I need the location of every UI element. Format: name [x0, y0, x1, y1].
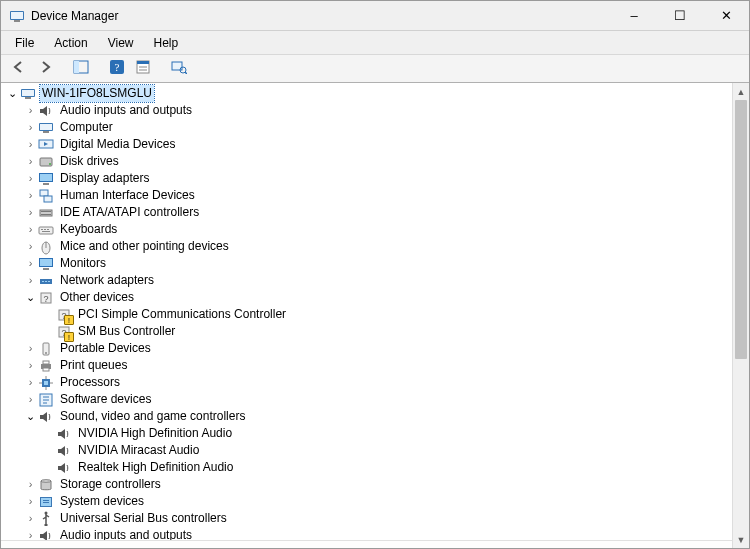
tree-item[interactable]: ›Print queues	[5, 357, 732, 374]
tree-item[interactable]: ›Network adapters	[5, 272, 732, 289]
expand-glyph[interactable]: ›	[23, 510, 38, 527]
svg-rect-4	[74, 61, 79, 73]
properties-icon	[135, 60, 151, 77]
expand-glyph[interactable]: ›	[23, 170, 38, 187]
expand-glyph[interactable]: ›	[23, 221, 38, 238]
menu-file[interactable]: File	[5, 33, 44, 53]
other-icon: ?	[38, 290, 54, 306]
tree-item[interactable]: ›Mice and other pointing devices	[5, 238, 732, 255]
expand-glyph[interactable]: ›	[23, 119, 38, 136]
tree-item-label: Disk drives	[58, 153, 121, 170]
sound-icon	[56, 460, 72, 476]
tree-item-label: System devices	[58, 493, 146, 510]
printer-icon	[38, 358, 54, 374]
tree-item[interactable]: NVIDIA Miracast Audio	[5, 442, 732, 459]
toolbar-help[interactable]: ?	[105, 58, 129, 80]
tree-item[interactable]: Realtek High Definition Audio	[5, 459, 732, 476]
tree-item[interactable]: ›Disk drives	[5, 153, 732, 170]
svg-text:?: ?	[115, 61, 120, 73]
svg-rect-31	[41, 214, 51, 215]
scroll-up-icon[interactable]: ▲	[733, 83, 749, 100]
svg-rect-30	[41, 211, 51, 212]
tree-item-label: SM Bus Controller	[76, 323, 177, 340]
menu-view[interactable]: View	[98, 33, 144, 53]
device-tree[interactable]: ⌄WIN-1IFO8LSMGLU›Audio inputs and output…	[1, 83, 732, 548]
expand-glyph[interactable]: ›	[23, 357, 38, 374]
tree-item[interactable]: ›IDE ATA/ATAPI controllers	[5, 204, 732, 221]
vertical-scrollbar[interactable]: ▲ ▼	[732, 83, 749, 548]
expand-glyph[interactable]: ›	[23, 374, 38, 391]
display-icon	[38, 171, 54, 187]
expand-glyph[interactable]: ›	[23, 238, 38, 255]
expand-glyph[interactable]: ›	[23, 391, 38, 408]
tree-item[interactable]: ›System devices	[5, 493, 732, 510]
minimize-button[interactable]: –	[611, 1, 657, 31]
toolbar-forward[interactable]	[33, 58, 57, 80]
tree-item[interactable]: ⌄Sound, video and game controllers	[5, 408, 732, 425]
svg-line-13	[185, 72, 187, 74]
svg-point-69	[45, 511, 48, 514]
scroll-down-icon[interactable]: ▼	[733, 531, 749, 548]
expand-glyph[interactable]: ›	[23, 102, 38, 119]
tree-item[interactable]: ›Keyboards	[5, 221, 732, 238]
tree-item[interactable]: ›Digital Media Devices	[5, 136, 732, 153]
arrow-right-icon	[37, 60, 53, 77]
tree-item[interactable]: ›Storage controllers	[5, 476, 732, 493]
collapse-glyph[interactable]: ⌄	[23, 408, 38, 425]
expand-glyph[interactable]: ›	[23, 340, 38, 357]
svg-rect-26	[43, 183, 49, 185]
expand-glyph[interactable]: ›	[23, 187, 38, 204]
tree-item[interactable]: ›Portable Devices	[5, 340, 732, 357]
tree-item[interactable]: ⌄?Other devices	[5, 289, 732, 306]
collapse-glyph[interactable]: ⌄	[23, 289, 38, 306]
tree-item-label: NVIDIA High Definition Audio	[76, 425, 234, 442]
collapse-glyph[interactable]: ⌄	[5, 85, 20, 102]
toolbar-properties[interactable]	[131, 58, 155, 80]
tree-item[interactable]: ›Computer	[5, 119, 732, 136]
scroll-thumb[interactable]	[735, 100, 747, 359]
tree-item[interactable]: ›Software devices	[5, 391, 732, 408]
expand-glyph[interactable]: ›	[23, 153, 38, 170]
maximize-button[interactable]: ☐	[657, 1, 703, 31]
tree-item[interactable]: ›Monitors	[5, 255, 732, 272]
svg-point-23	[49, 163, 51, 165]
tree-item[interactable]: ›Display adapters	[5, 170, 732, 187]
sound-icon	[56, 426, 72, 442]
tree-item[interactable]: ›Human Interface Devices	[5, 187, 732, 204]
arrow-left-icon	[11, 60, 27, 77]
tree-item-label: Processors	[58, 374, 122, 391]
toolbar-back[interactable]	[7, 58, 31, 80]
tree-item[interactable]: ›Audio inputs and outputs	[5, 102, 732, 119]
toolbar-show-hide-tree[interactable]	[69, 58, 93, 80]
title-bar: Device Manager – ☐ ✕	[1, 1, 749, 31]
tree-item[interactable]: ?PCI Simple Communications Controller	[5, 306, 732, 323]
media-icon	[38, 137, 54, 153]
svg-point-53	[45, 352, 47, 354]
keyboard-icon	[38, 222, 54, 238]
svg-rect-58	[44, 381, 48, 385]
expand-glyph[interactable]: ›	[23, 493, 38, 510]
tree-item[interactable]: ?SM Bus Controller	[5, 323, 732, 340]
tree-item[interactable]: ›Processors	[5, 374, 732, 391]
svg-text:?: ?	[43, 294, 48, 304]
expand-glyph[interactable]: ›	[23, 255, 38, 272]
tree-item[interactable]: NVIDIA High Definition Audio	[5, 425, 732, 442]
close-button[interactable]: ✕	[703, 1, 749, 31]
expand-glyph[interactable]: ›	[23, 272, 38, 289]
portable-icon	[38, 341, 54, 357]
tree-item[interactable]: ⌄WIN-1IFO8LSMGLU	[5, 85, 732, 102]
svg-rect-29	[40, 210, 52, 216]
expand-glyph[interactable]: ›	[23, 476, 38, 493]
scroll-track[interactable]	[733, 100, 749, 531]
svg-rect-55	[43, 361, 49, 364]
window-title: Device Manager	[31, 9, 118, 23]
scan-icon	[171, 60, 187, 77]
menu-action[interactable]: Action	[44, 33, 97, 53]
tree-item[interactable]: ›Universal Serial Bus controllers	[5, 510, 732, 527]
expand-glyph[interactable]: ›	[23, 136, 38, 153]
svg-rect-1	[11, 12, 23, 19]
tree-item-label: Human Interface Devices	[58, 187, 197, 204]
expand-glyph[interactable]: ›	[23, 204, 38, 221]
toolbar-scan-hardware[interactable]	[167, 58, 191, 80]
menu-help[interactable]: Help	[144, 33, 189, 53]
